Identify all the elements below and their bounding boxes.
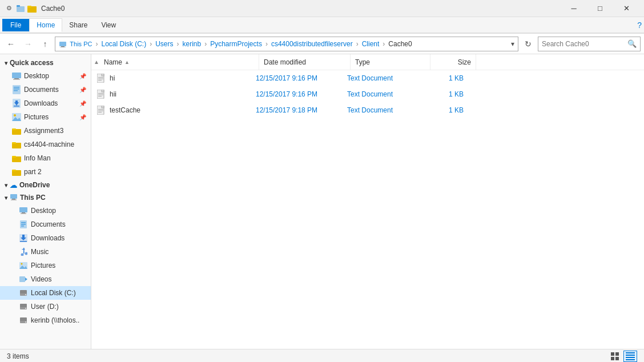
svg-rect-17 — [14, 106, 19, 107]
sidebar-item-part2[interactable]: part 2 — [0, 165, 91, 179]
sidebar-item-kerinb-network[interactable]: kerinb (\\tholos.. — [0, 313, 91, 327]
sidebar-item-assignment3[interactable]: Assignment3 — [0, 124, 91, 138]
search-input[interactable] — [542, 40, 625, 48]
header-sort-arrow: ▲ — [91, 59, 99, 65]
thispc-header[interactable]: ▾ This PC — [0, 191, 91, 204]
col-header-type[interactable]: Type — [351, 54, 430, 70]
addr-users[interactable]: Users — [155, 40, 173, 48]
search-icon[interactable]: 🔍 — [627, 39, 637, 48]
pin-icon3: 📌 — [79, 100, 86, 107]
addr-dropdown-icon[interactable]: ▾ — [511, 40, 514, 48]
sidebar-documents-qa-label: Documents — [24, 86, 78, 94]
onedrive-header[interactable]: ▾ ☁ OneDrive — [0, 179, 91, 191]
svg-rect-68 — [98, 93, 103, 94]
maximize-button[interactable]: □ — [587, 0, 613, 17]
svg-rect-13 — [14, 90, 18, 91]
sidebar-item-downloads-qa[interactable]: Downloads 📌 — [0, 96, 91, 110]
sidebar-scroll[interactable]: ▾ Quick access Desktop 📌 Documents 📌 — [0, 57, 91, 349]
col-header-date[interactable]: Date modified — [259, 54, 351, 70]
sidebar-videos-label: Videos — [31, 275, 86, 283]
addr-localdisk[interactable]: Local Disk (C:) — [101, 40, 146, 48]
back-button[interactable]: ← — [3, 37, 18, 51]
sidebar-part2-label: part 2 — [24, 168, 86, 176]
quick-access-header[interactable]: ▾ Quick access — [0, 57, 91, 69]
svg-rect-6 — [60, 47, 66, 48]
minimize-button[interactable]: ─ — [561, 0, 587, 17]
window-title: Cache0 — [41, 5, 561, 13]
localdisk-icon — [18, 288, 29, 297]
sidebar-item-desktop-qa[interactable]: Desktop 📌 — [0, 69, 91, 83]
system-icon[interactable]: ⚙ — [5, 4, 14, 13]
addr-sep-3: › — [177, 40, 179, 48]
tab-home[interactable]: Home — [29, 18, 62, 32]
sidebar-item-documents-qa[interactable]: Documents 📌 — [0, 83, 91, 96]
address-bar[interactable]: This PC › Local Disk (C:) › Users › keri… — [55, 37, 518, 51]
file-row-hii[interactable]: hii 12/15/2017 9:16 PM Text Document 1 K… — [91, 86, 644, 102]
help-icon[interactable]: ? — [637, 21, 642, 30]
sidebar-item-documents-pc[interactable]: Documents — [0, 218, 91, 231]
sidebar-item-infoman[interactable]: Info Man — [0, 151, 91, 165]
music-icon — [18, 247, 29, 256]
sidebar-item-userd[interactable]: User (D:) — [0, 300, 91, 313]
sidebar-localdisk-label: Local Disk (C:) — [31, 289, 86, 297]
sidebar-item-videos[interactable]: Videos — [0, 272, 91, 286]
toolbar: ← → ↑ This PC › Local Disk (C:) › Users … — [0, 34, 644, 54]
svg-rect-8 — [14, 78, 19, 79]
col-header-name[interactable]: Name ▲ — [99, 54, 259, 70]
thispc-label: This PC — [20, 194, 46, 202]
tab-share[interactable]: Share — [62, 19, 94, 31]
file-size-testcache: 1 KB — [422, 106, 468, 114]
pin-icon2: 📌 — [79, 87, 86, 93]
file-header: ▲ Name ▲ Date modified Type Size — [91, 54, 644, 70]
addr-cache0: Cache0 — [388, 40, 412, 48]
file-name-hi: hi — [91, 73, 251, 83]
svg-rect-80 — [626, 352, 635, 353]
tab-file[interactable]: File — [2, 19, 29, 31]
folder-yellow-icon-1 — [11, 126, 22, 135]
up-button[interactable]: ↑ — [38, 37, 53, 51]
col-size-label: Size — [458, 58, 471, 66]
details-view-btn[interactable] — [623, 351, 637, 362]
svg-point-19 — [14, 114, 16, 116]
addr-kerinb[interactable]: kerinb — [183, 40, 202, 48]
sidebar-documents-pc-label: Documents — [31, 220, 86, 228]
sidebar-item-pictures-qa[interactable]: Pictures 📌 — [0, 110, 91, 124]
addr-cs4400[interactable]: cs4400distributedfileserver — [271, 40, 353, 48]
desktop-icon — [11, 71, 22, 81]
svg-rect-16 — [15, 100, 18, 103]
thispc-chevron: ▾ — [5, 195, 7, 201]
item-count: 3 items — [7, 352, 29, 360]
svg-rect-0 — [17, 6, 25, 12]
file-row-testcache[interactable]: testCache 12/15/2017 9:18 PM Text Docume… — [91, 102, 644, 118]
svg-point-60 — [25, 321, 26, 323]
sidebar-item-desktop-pc[interactable]: Desktop — [0, 204, 91, 218]
close-button[interactable]: ✕ — [613, 0, 639, 17]
file-type-testcache: Text Document — [343, 106, 422, 114]
tab-view[interactable]: View — [94, 19, 123, 31]
svg-rect-24 — [12, 142, 16, 144]
large-icons-view-btn[interactable] — [609, 351, 622, 362]
col-header-size[interactable]: Size — [430, 54, 476, 70]
addr-client[interactable]: Client — [362, 40, 380, 48]
window-controls: ─ □ ✕ — [561, 0, 639, 17]
documents-icon — [11, 85, 22, 94]
quick-access-label: Quick access — [10, 59, 54, 67]
sidebar-item-cs4404[interactable]: cs4404-machine — [0, 138, 91, 151]
svg-rect-28 — [12, 170, 16, 171]
forward-button[interactable]: → — [21, 37, 35, 51]
file-area: ▲ Name ▲ Date modified Type Size — [91, 54, 644, 349]
network-drive-icon — [18, 316, 29, 325]
svg-rect-76 — [611, 352, 614, 356]
file-name-hi-label: hi — [110, 74, 115, 82]
sidebar-item-music[interactable]: Music — [0, 245, 91, 259]
search-box[interactable]: 🔍 — [538, 37, 641, 51]
sidebar-item-downloads-pc[interactable]: Downloads — [0, 231, 91, 245]
svg-rect-12 — [14, 89, 19, 90]
addr-thispc[interactable]: This PC — [59, 40, 92, 48]
refresh-button[interactable]: ↻ — [521, 37, 536, 51]
addr-pycharm[interactable]: PycharmProjects — [210, 40, 262, 48]
file-row-hi[interactable]: hi 12/15/2017 9:16 PM Text Document 1 KB — [91, 70, 644, 86]
sidebar-item-pictures-pc[interactable]: Pictures — [0, 259, 91, 272]
sidebar-item-localdisk[interactable]: Local Disk (C:) — [0, 286, 91, 300]
addr-sep-7: › — [383, 40, 385, 48]
